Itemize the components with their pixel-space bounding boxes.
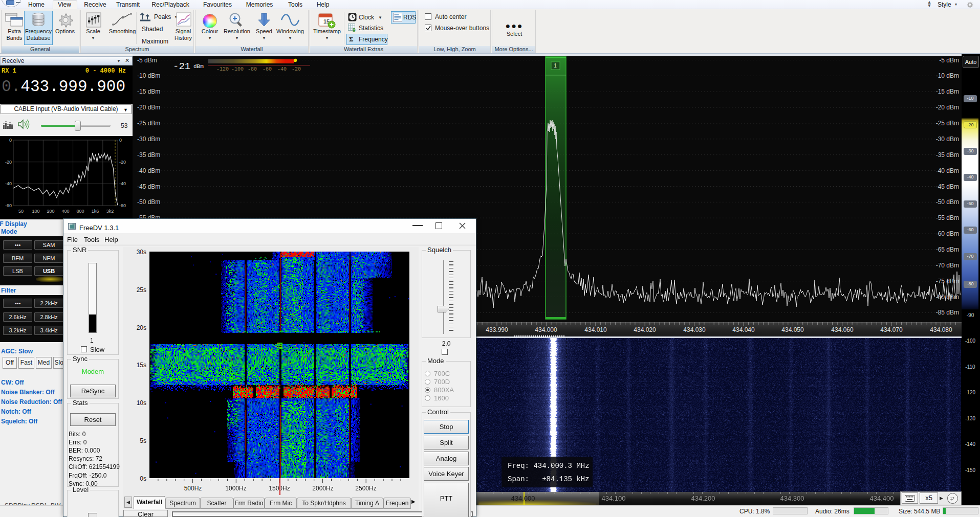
svg-text:1: 1 [554, 63, 557, 69]
svg-text:-25 dBm: -25 dBm [137, 120, 160, 127]
svg-text:-20 dBm: -20 dBm [936, 104, 959, 111]
svg-text:-40 dBm: -40 dBm [936, 167, 959, 174]
svg-text:434.010: 434.010 [584, 326, 607, 333]
svg-text:-20: -20 [119, 160, 126, 165]
svg-text:-80: -80 [248, 66, 257, 72]
svg-text:-60: -60 [263, 66, 272, 72]
svg-text:433.990: 433.990 [486, 326, 508, 333]
svg-text:-5 dBm: -5 dBm [939, 57, 959, 64]
svg-text:434.060: 434.060 [831, 326, 854, 333]
svg-text:400: 400 [61, 209, 69, 214]
svg-text:1k6: 1k6 [92, 209, 99, 214]
svg-text:-100: -100 [231, 66, 244, 72]
svg-text:200: 200 [47, 209, 54, 214]
svg-text:-30 dBm: -30 dBm [936, 136, 959, 143]
svg-text:0: 0 [9, 138, 12, 143]
svg-text:-20: -20 [292, 66, 301, 72]
svg-text:-10 dBm: -10 dBm [137, 72, 160, 79]
svg-text:434.070: 434.070 [880, 326, 903, 333]
svg-text:-120: -120 [216, 66, 229, 72]
svg-text:-20 dBm: -20 dBm [137, 104, 160, 111]
svg-text:434.030: 434.030 [683, 326, 706, 333]
svg-text:3k2: 3k2 [106, 209, 114, 214]
svg-text:-5 dBm: -5 dBm [137, 57, 157, 64]
svg-text:-80 dBm: -80 dBm [936, 294, 959, 301]
svg-text:434.020: 434.020 [634, 326, 656, 333]
svg-text:-45 dBm: -45 dBm [137, 183, 160, 190]
svg-text:-85 dBm: -85 dBm [936, 309, 959, 316]
svg-text:-60 dBm: -60 dBm [936, 230, 959, 237]
svg-text:0: 0 [119, 138, 122, 143]
svg-text:434.080: 434.080 [930, 326, 952, 333]
svg-text:800: 800 [76, 209, 84, 214]
svg-text:434.050: 434.050 [781, 326, 804, 333]
svg-text:-70 dBm: -70 dBm [936, 262, 959, 269]
svg-text:50: 50 [18, 209, 24, 214]
svg-text:-30 dBm: -30 dBm [137, 136, 160, 143]
svg-text:-60: -60 [119, 203, 126, 208]
svg-text:-40: -40 [5, 181, 12, 186]
svg-text:-10 dBm: -10 dBm [936, 72, 959, 79]
svg-text:-15 dBm: -15 dBm [936, 88, 959, 95]
svg-text:-20: -20 [5, 160, 12, 165]
svg-text:434.040: 434.040 [732, 326, 755, 333]
svg-text:-40 dBm: -40 dBm [137, 167, 160, 174]
svg-text:-15 dBm: -15 dBm [137, 88, 160, 95]
svg-text:9: 9 [353, 28, 356, 33]
svg-text:-35 dBm: -35 dBm [137, 151, 160, 159]
svg-text:100: 100 [32, 209, 39, 214]
svg-text:-55 dBm: -55 dBm [936, 214, 959, 221]
svg-text:-25 dBm: -25 dBm [936, 120, 959, 127]
svg-text:-35 dBm: -35 dBm [936, 151, 959, 159]
svg-text:-60: -60 [5, 203, 12, 208]
svg-text:-50 dBm: -50 dBm [936, 198, 959, 206]
svg-text:-65 dBm: -65 dBm [936, 246, 959, 253]
svg-text:-50 dBm: -50 dBm [137, 198, 160, 206]
svg-text:434.000: 434.000 [535, 326, 557, 333]
svg-text:-40: -40 [277, 66, 287, 72]
svg-text:dBm: dBm [193, 63, 204, 70]
svg-text:-40: -40 [119, 181, 126, 186]
svg-text:-21: -21 [173, 61, 190, 72]
svg-text:-45 dBm: -45 dBm [936, 183, 959, 190]
svg-text:-75 dBm: -75 dBm [936, 278, 959, 285]
